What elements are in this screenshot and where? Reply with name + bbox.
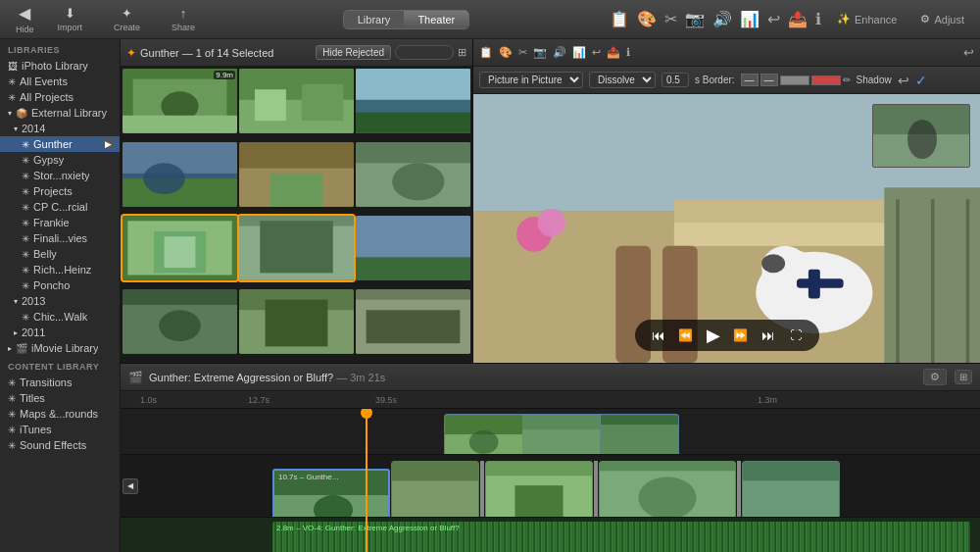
preview-tool-6[interactable]: 📊 xyxy=(572,46,586,59)
thumbnail-7[interactable] xyxy=(122,216,237,280)
share-button[interactable]: ↑ Share xyxy=(164,3,203,35)
tab-library[interactable]: Library xyxy=(344,11,405,28)
step-fwd-button[interactable]: ⏩ xyxy=(729,328,753,342)
sidebar-item-2013[interactable]: ▾ 2013 xyxy=(0,293,120,309)
create-icon: ✦ xyxy=(122,6,132,21)
sidebar-item-titles[interactable]: ✳ Titles xyxy=(0,390,120,406)
search-input[interactable] xyxy=(395,45,454,60)
transition-marker-1 xyxy=(480,461,484,517)
undo-effects-icon[interactable]: ↩ xyxy=(898,73,909,88)
sidebar-item-frankie[interactable]: ✳ Frankie xyxy=(0,215,120,230)
sidebar-item-maps-label: Maps &...rounds xyxy=(20,408,98,420)
border-color-swatch[interactable] xyxy=(780,75,809,85)
hide-rejected-button[interactable]: Hide Rejected xyxy=(316,45,391,60)
play-button[interactable]: ▶ xyxy=(702,325,725,346)
audio-icon[interactable]: 🔊 xyxy=(712,10,732,28)
top-section: ✦ Gunther — 1 of 14 Selected Hide Reject… xyxy=(121,39,980,363)
pencil-icon[interactable]: ✏ xyxy=(843,75,851,85)
skip-fwd-button[interactable]: ⏭ xyxy=(757,327,780,343)
hide-button[interactable]: ◀ Hide xyxy=(8,1,42,37)
thumbnail-3[interactable] xyxy=(356,69,470,133)
border-color-swatch-2[interactable] xyxy=(811,75,841,85)
sidebar-item-transitions[interactable]: ✳ Transitions xyxy=(0,375,120,390)
svg-rect-9 xyxy=(356,69,470,100)
sidebar-item-all-events[interactable]: ✳ All Events xyxy=(0,74,120,89)
grid-view-icon[interactable]: ⊞ xyxy=(458,46,466,59)
clip-icon[interactable]: 📋 xyxy=(610,10,629,28)
thumbnail-2[interactable] xyxy=(239,69,354,133)
enhance-button[interactable]: ✨ Enhance xyxy=(829,10,905,28)
adjust-button[interactable]: ⚙ Adjust xyxy=(912,10,972,28)
timeline-expand-button[interactable]: ⊞ xyxy=(955,370,972,384)
preview-tool-4[interactable]: 📷 xyxy=(533,46,547,59)
border-dash-icon[interactable]: — xyxy=(741,74,759,86)
preview-tool-5[interactable]: 🔊 xyxy=(553,46,566,59)
export-icon[interactable]: 📤 xyxy=(788,10,808,28)
color-icon[interactable]: 🎨 xyxy=(637,10,657,28)
fullscreen-button[interactable]: ⛶ xyxy=(784,328,808,342)
sidebar-item-poncho[interactable]: ✳ Poncho xyxy=(0,277,120,293)
sidebar-item-stor-nxiety[interactable]: ✳ Stor...nxiety xyxy=(0,168,120,183)
import-button[interactable]: ⬇ Import xyxy=(50,3,91,35)
thumbnail-12[interactable] xyxy=(356,289,470,354)
sidebar-item-external-library[interactable]: ▾ 📦 External Library xyxy=(0,105,120,121)
preview-tool-1[interactable]: 📋 xyxy=(479,46,493,59)
camera-icon[interactable]: 📷 xyxy=(685,10,705,28)
thumbnail-4[interactable] xyxy=(122,142,237,207)
sidebar-item-sound-effects[interactable]: ✳ Sound Effects xyxy=(0,437,120,453)
svg-rect-6 xyxy=(255,89,286,121)
arrow-icon[interactable]: ↩ xyxy=(767,10,780,28)
preview-tool-7[interactable]: ↩ xyxy=(592,46,601,59)
main-clip-2[interactable] xyxy=(391,461,479,517)
border-line-icon[interactable]: — xyxy=(760,74,778,86)
sidebar-item-2011[interactable]: ▸ 2011 xyxy=(0,325,120,340)
undo-preview-icon[interactable]: ↩ xyxy=(963,45,974,60)
thumbnail-9[interactable] xyxy=(356,216,470,280)
sidebar-item-belly[interactable]: ✳ Belly xyxy=(0,246,120,262)
sidebar-item-itunes[interactable]: ✳ iTunes xyxy=(0,422,120,437)
tab-theater[interactable]: Theater xyxy=(404,11,468,28)
thumbnail-6[interactable] xyxy=(356,142,470,207)
thumbnail-10[interactable] xyxy=(122,289,237,354)
thumbnail-1[interactable]: 9.9m xyxy=(122,69,237,133)
info-icon[interactable]: ℹ xyxy=(815,10,821,28)
sidebar-item-rich-heinz[interactable]: ✳ Rich...Heinz xyxy=(0,262,120,277)
thumbnail-11[interactable] xyxy=(239,289,354,354)
playhead[interactable] xyxy=(366,409,368,552)
crop-icon[interactable]: ✂ xyxy=(664,10,677,28)
check-icon[interactable]: ✓ xyxy=(915,73,927,88)
sidebar-item-finali-vies[interactable]: ✳ Finali...vies xyxy=(0,230,120,246)
sidebar-item-chic-walk[interactable]: ✳ Chic...Walk xyxy=(0,309,120,325)
step-back-button[interactable]: ⏪ xyxy=(674,328,698,342)
main-clip-3[interactable] xyxy=(485,461,593,517)
thumbnail-5[interactable] xyxy=(239,142,354,207)
sidebar-item-gunther[interactable]: ✳ Gunther ▶ xyxy=(0,136,120,152)
preview-tool-2[interactable]: 🎨 xyxy=(499,46,513,59)
sidebar-item-all-projects[interactable]: ✳ All Projects xyxy=(0,89,120,105)
sidebar-item-projects[interactable]: ✳ Projects xyxy=(0,183,120,199)
create-button[interactable]: ✦ Create xyxy=(106,3,148,35)
main-clip-5[interactable] xyxy=(742,461,840,517)
sidebar-item-maps[interactable]: ✳ Maps &...rounds xyxy=(0,406,120,422)
preview-tool-9[interactable]: ℹ xyxy=(626,46,630,59)
shadow-label: Shadow xyxy=(857,75,892,85)
duration-input[interactable] xyxy=(662,73,689,87)
track-btn-left[interactable]: ◀ xyxy=(122,478,138,494)
chart-icon[interactable]: 📊 xyxy=(740,10,760,28)
sidebar-item-iphoto[interactable]: 🖼 iPhoto Library xyxy=(0,58,120,74)
main-clip-selected[interactable]: 10.7s – Gunthe... xyxy=(272,469,390,517)
dissolve-select[interactable]: Dissolve xyxy=(589,72,656,88)
sidebar-item-2014[interactable]: ▾ 2014 xyxy=(0,121,120,136)
sidebar-item-cp-commercial[interactable]: ✳ CP C...rcial xyxy=(0,199,120,215)
overlay-clip[interactable] xyxy=(444,414,679,455)
sidebar-item-imovie-library[interactable]: ▸ 🎬 iMovie Library xyxy=(0,340,120,356)
thumbnail-8[interactable] xyxy=(239,216,354,280)
preview-tool-3[interactable]: ✂ xyxy=(518,46,527,59)
main-clip-4[interactable] xyxy=(599,461,736,517)
svg-point-49 xyxy=(761,254,785,273)
timeline-settings-button[interactable]: ⚙ xyxy=(923,369,947,385)
skip-back-button[interactable]: ⏮ xyxy=(647,327,670,343)
preview-tool-8[interactable]: 📤 xyxy=(607,46,620,59)
pip-select[interactable]: Picture in Picture xyxy=(479,72,583,88)
sidebar-item-gypsy[interactable]: ✳ Gypsy xyxy=(0,152,120,168)
